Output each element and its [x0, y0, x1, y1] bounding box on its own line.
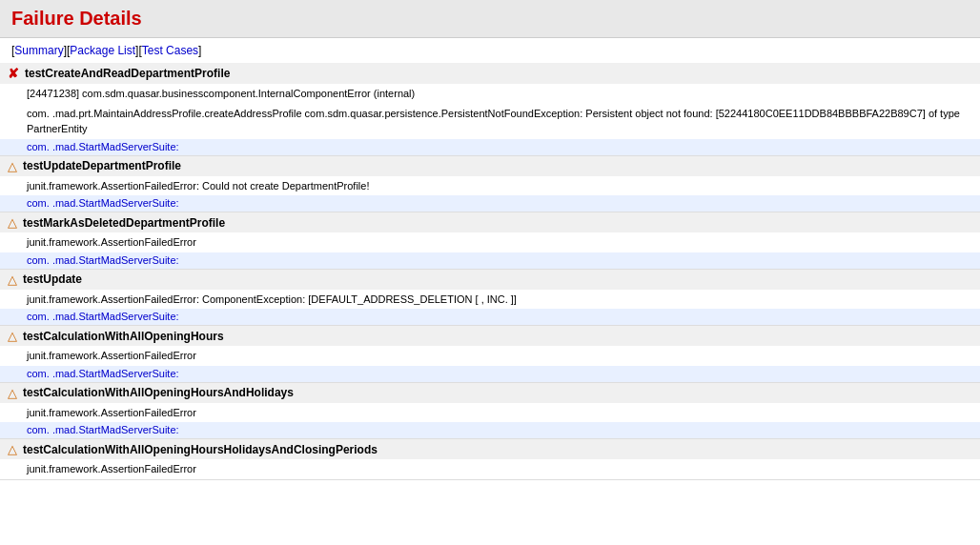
warning-icon: △ — [8, 272, 17, 287]
error-detail-line: junit.framework.AssertionFailedError — [0, 403, 980, 423]
stack-trace-link[interactable]: com. .mad.StartMadServerSuite: — [27, 254, 179, 266]
stack-trace-link[interactable]: com. .mad.StartMadServerSuite: — [27, 368, 179, 379]
warning-icon: △ — [8, 329, 17, 343]
test-block: ✘testCreateAndReadDepartmentProfile[2447… — [0, 63, 980, 156]
warning-icon: △ — [8, 159, 17, 173]
test-name-label: testCalculationWithAllOpeningHoursHolida… — [23, 443, 378, 456]
test-name-label: testCalculationWithAllOpeningHours — [23, 330, 224, 343]
stack-link-row: com. .mad.StartMadServerSuite: — [0, 422, 980, 438]
test-name-label: testUpdateDepartmentProfile — [23, 159, 181, 172]
warning-icon: △ — [8, 442, 17, 456]
summary-link[interactable]: Summary — [14, 44, 63, 57]
stack-link-row: com. .mad.StartMadServerSuite: — [0, 139, 980, 155]
test-name-label: testCalculationWithAllOpeningHoursAndHol… — [23, 386, 294, 399]
error-detail-line: junit.framework.AssertionFailedError — [0, 459, 980, 479]
test-cases-link[interactable]: Test Cases — [142, 44, 198, 57]
test-name-row: △testMarkAsDeletedDepartmentProfile — [0, 212, 980, 232]
stack-trace-link[interactable]: com. .mad.StartMadServerSuite: — [27, 141, 179, 152]
stack-trace-link[interactable]: com. .mad.StartMadServerSuite: — [27, 311, 179, 322]
stack-trace-link[interactable]: com. .mad.StartMadServerSuite: — [27, 197, 179, 209]
test-results-content: ✘testCreateAndReadDepartmentProfile[2447… — [0, 63, 980, 480]
test-name-row: △testCalculationWithAllOpeningHours — [0, 326, 980, 346]
stack-link-row: com. .mad.StartMadServerSuite: — [0, 195, 980, 212]
error-detail-line: [24471238] com.sdm.quasar.businesscompon… — [0, 84, 980, 104]
page-header: Failure Details — [0, 0, 980, 38]
test-name-row: △testUpdateDepartmentProfile — [0, 156, 980, 176]
nav-links: [Summary][Package List][Test Cases] — [0, 38, 980, 63]
stack-trace-link[interactable]: com. .mad.StartMadServerSuite: — [27, 424, 179, 435]
package-list-link[interactable]: Package List — [70, 44, 135, 57]
error-detail-line: com. .mad.prt.MaintainAddressProfile.cre… — [0, 104, 980, 139]
test-block: △testCalculationWithAllOpeningHoursjunit… — [0, 326, 980, 383]
error-detail-line: junit.framework.AssertionFailedError: Co… — [0, 176, 980, 196]
test-name-label: testMarkAsDeletedDepartmentProfile — [23, 216, 225, 230]
test-name-row: △testCalculationWithAllOpeningHoursHolid… — [0, 439, 980, 459]
test-block: △testCalculationWithAllOpeningHoursAndHo… — [0, 383, 980, 440]
warning-icon: △ — [8, 215, 17, 230]
test-name-label: testUpdate — [23, 272, 82, 286]
error-icon: ✘ — [8, 66, 19, 81]
stack-link-row: com. .mad.StartMadServerSuite: — [0, 366, 980, 382]
error-detail-line: junit.framework.AssertionFailedError — [0, 232, 980, 252]
stack-link-row: com. .mad.StartMadServerSuite: — [0, 309, 980, 325]
test-block: △testUpdatejunit.framework.AssertionFail… — [0, 270, 980, 327]
error-detail-line: junit.framework.AssertionFailedError: Co… — [0, 290, 980, 310]
test-name-row: △testCalculationWithAllOpeningHoursAndHo… — [0, 383, 980, 403]
warning-icon: △ — [8, 386, 17, 400]
test-block: △testMarkAsDeletedDepartmentProfilejunit… — [0, 212, 980, 270]
test-name-row: ✘testCreateAndReadDepartmentProfile — [0, 63, 980, 84]
error-detail-line: junit.framework.AssertionFailedError — [0, 346, 980, 366]
test-block: △testCalculationWithAllOpeningHoursHolid… — [0, 439, 980, 480]
test-block: △testUpdateDepartmentProfilejunit.framew… — [0, 156, 980, 213]
stack-link-row: com. .mad.StartMadServerSuite: — [0, 252, 980, 269]
page-title: Failure Details — [11, 8, 969, 30]
test-name-label: testCreateAndReadDepartmentProfile — [25, 67, 230, 80]
test-name-row: △testUpdate — [0, 270, 980, 290]
